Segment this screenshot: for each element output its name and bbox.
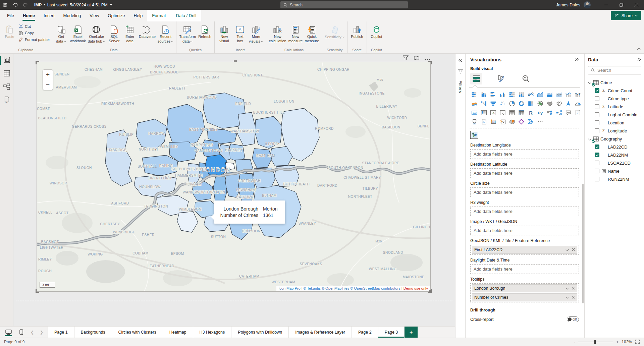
save-icon[interactable] xyxy=(0,0,10,10)
well-h3-weight[interactable]: Add data fields here xyxy=(470,207,579,216)
page-tab-polygons-with-drilldown[interactable]: Polygons with Drilldown xyxy=(231,327,289,338)
visual-type-key-influencers[interactable] xyxy=(545,109,553,116)
filter-funnel-icon[interactable] xyxy=(403,55,409,62)
field-checkbox[interactable] xyxy=(595,128,599,133)
filter-funnel-icon[interactable] xyxy=(458,69,463,75)
field-row-rgn22nm[interactable]: RGN22NM xyxy=(588,175,641,183)
new-measure-button[interactable]: Newmeasure xyxy=(287,22,304,43)
chevron-down-icon[interactable] xyxy=(566,247,569,252)
format-visual-tab[interactable] xyxy=(495,73,507,84)
field-checkbox[interactable] xyxy=(595,169,599,173)
chevron-down-icon[interactable] xyxy=(588,136,591,141)
well-circle-size[interactable]: Add data fields here xyxy=(470,187,579,197)
field-row-crime-type[interactable]: Crime type xyxy=(588,95,641,103)
attribution-product-link[interactable]: Icon Map Pro xyxy=(278,286,300,290)
visual-type-treemap[interactable] xyxy=(527,100,535,107)
visual-type-python-visual[interactable]: Py xyxy=(536,109,544,116)
redo-icon[interactable] xyxy=(20,0,30,10)
visual-type-power-apps[interactable] xyxy=(517,118,525,125)
chevron-down-icon[interactable] xyxy=(566,295,569,300)
model-view-button[interactable] xyxy=(0,80,13,94)
visual-type-multi-row-card[interactable] xyxy=(480,109,488,116)
chevron-down-icon[interactable] xyxy=(566,286,569,291)
remove-field-icon[interactable] xyxy=(572,295,575,300)
well-daylight-date-time[interactable]: Add data fields here xyxy=(470,264,579,274)
copilot-button[interactable]: Copilot xyxy=(369,22,384,39)
table-row-crime[interactable]: Crime xyxy=(588,78,641,86)
page-tab-h3-hexagons[interactable]: H3 Hexagons xyxy=(193,327,232,338)
resize-handle[interactable] xyxy=(234,60,237,62)
page-tab-page-3[interactable]: Page 3 xyxy=(378,327,405,338)
mobile-layout-button[interactable] xyxy=(17,327,25,338)
document-title[interactable]: IMP • Last saved: 5/8/2024 at 4:51 PM xyxy=(34,3,113,7)
visual-type-metrics[interactable] xyxy=(470,118,478,125)
remove-field-icon[interactable] xyxy=(572,247,575,252)
visual-type-arcgis-map[interactable] xyxy=(508,118,516,125)
visual-type-line-and-stacked-column-chart[interactable] xyxy=(574,91,582,98)
text-box-button[interactable]: ATextbox xyxy=(232,22,248,43)
field-checkbox[interactable] xyxy=(595,120,599,125)
field-checkbox[interactable] xyxy=(595,104,599,109)
undo-icon[interactable] xyxy=(10,0,20,10)
avatar[interactable] xyxy=(584,1,591,8)
visual-type-stacked-bar-chart[interactable] xyxy=(470,91,478,98)
fit-to-page-icon[interactable] xyxy=(635,340,640,345)
new-page-button[interactable]: + xyxy=(405,327,418,338)
visual-type-card[interactable]: 123 xyxy=(470,109,478,116)
field-pill-number-of-crimes[interactable]: Number of Crimes xyxy=(472,293,577,301)
visual-type-100-stacked-column-chart[interactable] xyxy=(517,91,525,98)
zoom-in-button[interactable]: + xyxy=(616,340,619,344)
resize-handle[interactable] xyxy=(428,61,432,64)
attribution-credits-link[interactable]: © Tekantis © OpenMapTiles © OpenStreetMa… xyxy=(304,286,400,290)
remove-field-icon[interactable] xyxy=(572,286,575,291)
field-row-location[interactable]: Location xyxy=(588,119,641,127)
field-checkbox[interactable] xyxy=(595,177,599,181)
dataverse-button[interactable]: Dataverse xyxy=(138,22,157,39)
build-visual-tab[interactable] xyxy=(470,73,482,84)
visual-type-q-and-a[interactable] xyxy=(564,109,572,116)
field-row-lad22cd[interactable]: LAD22CD xyxy=(588,143,641,151)
visual-type-shape-map[interactable] xyxy=(555,100,563,107)
scrollbar[interactable] xyxy=(582,184,584,303)
data-search-input[interactable]: Search xyxy=(588,66,641,74)
visual-type-100-stacked-bar-chart[interactable] xyxy=(508,91,516,98)
chevron-down-icon[interactable] xyxy=(588,80,591,85)
visual-type-more-options[interactable] xyxy=(536,118,544,125)
previous-page-icon[interactable]: ❮ xyxy=(30,330,35,335)
page-tab-images-reference-layer[interactable]: Images & Reference Layer xyxy=(289,327,352,338)
focus-mode-icon[interactable] xyxy=(414,56,419,62)
field-pill-london-borough[interactable]: London Borough xyxy=(472,284,577,292)
field-checkbox[interactable] xyxy=(595,112,599,117)
ribbon-tab-home[interactable]: Home xyxy=(18,10,39,21)
visual-type-new-card[interactable]: 123 xyxy=(489,118,497,125)
transform-data-button[interactable]: Transformdata xyxy=(178,22,197,43)
visual-type-slicer[interactable] xyxy=(498,109,506,116)
table-view-button[interactable] xyxy=(0,67,13,80)
format-painter-button[interactable]: Format painter xyxy=(19,36,50,43)
page-tab-heatmap[interactable]: Heatmap xyxy=(163,327,193,338)
well-destination-latitude[interactable]: Add data fields here xyxy=(470,168,579,178)
field-row-crime-count[interactable]: ΣCrime Count xyxy=(588,86,641,95)
field-checkbox[interactable] xyxy=(595,153,599,157)
field-row-latitude[interactable]: ΣLatitude xyxy=(588,103,641,111)
enter-data-button[interactable]: Enterdata xyxy=(122,22,138,43)
well-destination-longitude[interactable]: Add data fields here xyxy=(470,149,579,159)
field-checkbox[interactable] xyxy=(595,88,599,93)
zoom-in-button[interactable]: + xyxy=(43,70,53,80)
ribbon-tab-optimize[interactable]: Optimize xyxy=(103,10,129,21)
well-image-wkt-geojson[interactable]: Add data fields here xyxy=(470,226,579,235)
visual-type-matrix[interactable] xyxy=(517,109,525,116)
visual-type-azure-map[interactable] xyxy=(564,100,572,107)
visual-type-line-and-clustered-column-chart[interactable] xyxy=(564,91,572,98)
visual-type-scatter-chart[interactable] xyxy=(498,100,506,107)
report-view-button[interactable] xyxy=(0,54,13,67)
visual-type-new-slicer[interactable] xyxy=(498,118,506,125)
field-checkbox[interactable] xyxy=(595,145,599,149)
field-checkbox[interactable] xyxy=(595,161,599,165)
report-canvas[interactable]: SENDENCHESHAMKINGS LANGLEYHOW WOODBRICKE… xyxy=(14,54,455,326)
field-row-longitude[interactable]: ΣLongitude xyxy=(588,127,641,135)
next-page-icon[interactable]: ❯ xyxy=(39,330,44,335)
collapse-ribbon-icon[interactable] xyxy=(637,45,641,51)
visual-type-funnel-chart[interactable] xyxy=(489,100,497,107)
ribbon-tab-data-drill[interactable]: Data / Drill xyxy=(171,10,202,21)
